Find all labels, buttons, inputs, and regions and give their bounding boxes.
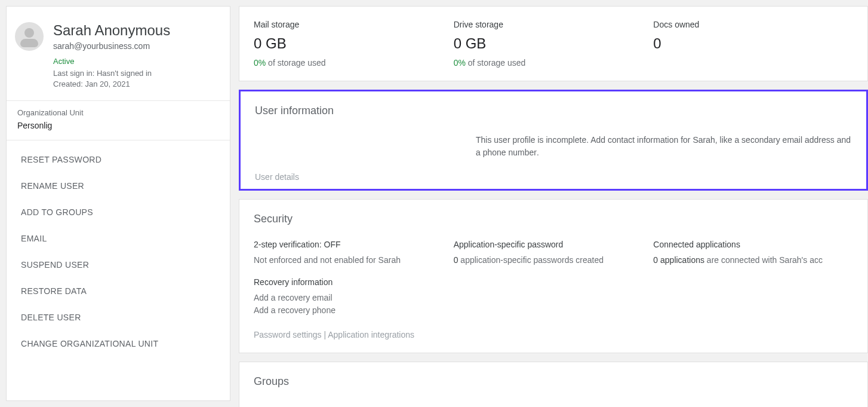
user-name: Sarah Anonymous [53, 22, 170, 39]
action-add-to-groups[interactable]: ADD TO GROUPS [7, 199, 230, 225]
storage-card[interactable]: Mail storage 0 GB 0% of storage used Dri… [239, 6, 868, 81]
user-information-title: User information [255, 105, 852, 117]
user-actions: RESET PASSWORD RENAME USER ADD TO GROUPS… [7, 140, 230, 363]
user-status: Active [53, 57, 170, 66]
user-email: sarah@yourbusiness.com [53, 41, 170, 51]
userinfo-msg-pre: This user profile is incomplete. Add con… [476, 135, 741, 145]
user-details-link[interactable]: User details [255, 172, 852, 182]
user-created: Created: Jan 20, 2021 [53, 79, 170, 90]
drive-storage-sub-text: of storage used [466, 58, 525, 68]
storage-row: Mail storage 0 GB 0% of storage used Dri… [254, 20, 853, 68]
action-change-org-unit[interactable]: CHANGE ORGANIZATIONAL UNIT [7, 331, 230, 357]
app-pw-desc-text: application-specific passwords created [458, 255, 604, 265]
docs-owned: Docs owned 0 [653, 20, 853, 68]
drive-storage-label: Drive storage [454, 20, 654, 29]
user-information-card[interactable]: User information This user profile is in… [239, 90, 868, 191]
security-col-connected: Connected applications 0 applications ar… [653, 240, 853, 317]
security-grid: 2-step verification: OFF Not enforced an… [254, 240, 853, 317]
recovery-block: Recovery information Add a recovery emai… [254, 277, 454, 317]
connected-desc-text: are connected with Sarah's acc [704, 255, 823, 265]
drive-storage: Drive storage 0 GB 0% of storage used [454, 20, 654, 68]
security-title: Security [254, 213, 853, 225]
twostep-value: OFF [324, 240, 341, 249]
mail-storage-pct: 0% [254, 58, 266, 68]
mail-storage-value: 0 GB [254, 35, 454, 52]
user-information-body: This user profile is incomplete. Add con… [255, 134, 852, 159]
org-unit-label: Organizational Unit [17, 108, 219, 117]
action-delete-user[interactable]: DELETE USER [7, 304, 230, 331]
user-sidebar: Sarah Anonymous sarah@yourbusiness.com A… [6, 6, 230, 401]
org-unit-section[interactable]: Organizational Unit Personlig [7, 101, 230, 140]
action-suspend-user[interactable]: SUSPEND USER [7, 252, 230, 278]
drive-storage-sub: 0% of storage used [454, 58, 654, 68]
org-unit-value: Personlig [17, 121, 219, 130]
user-header: Sarah Anonymous sarah@yourbusiness.com A… [7, 7, 230, 101]
twostep-heading: 2-step verification: OFF [254, 240, 454, 249]
security-footer-links[interactable]: Password settings | Application integrat… [254, 330, 853, 339]
user-header-text: Sarah Anonymous sarah@yourbusiness.com A… [53, 22, 170, 90]
groups-title: Groups [254, 375, 853, 388]
groups-card[interactable]: Groups [239, 362, 868, 407]
user-information-message: This user profile is incomplete. Add con… [476, 134, 852, 159]
security-col-twostep: 2-step verification: OFF Not enforced an… [254, 240, 454, 317]
docs-owned-label: Docs owned [653, 20, 853, 29]
app-pw-desc: 0 application-specific passwords created [454, 254, 654, 267]
drive-storage-pct: 0% [454, 58, 466, 68]
connected-title: Connected applications [653, 240, 853, 249]
recovery-email-link[interactable]: Add a recovery email [254, 292, 454, 304]
userinfo-msg-post: . [537, 148, 539, 157]
docs-owned-value: 0 [653, 35, 853, 52]
drive-storage-value: 0 GB [454, 35, 654, 52]
mail-storage-label: Mail storage [254, 20, 454, 29]
twostep-label: 2-step verification: [254, 240, 324, 249]
user-information-spacer [255, 134, 476, 159]
security-card[interactable]: Security 2-step verification: OFF Not en… [239, 199, 868, 353]
app-pw-title: Application-specific password [454, 240, 654, 249]
action-rename-user[interactable]: RENAME USER [7, 173, 230, 199]
connected-count: 0 applications [653, 255, 704, 265]
security-col-app-pw: Application-specific password 0 applicat… [454, 240, 654, 317]
recovery-title: Recovery information [254, 277, 454, 287]
action-restore-data[interactable]: RESTORE DATA [7, 278, 230, 304]
twostep-desc: Not enforced and not enabled for Sarah [254, 254, 454, 267]
action-reset-password[interactable]: RESET PASSWORD [7, 146, 230, 173]
avatar [15, 22, 44, 51]
mail-storage-sub-text: of storage used [266, 58, 325, 68]
action-email[interactable]: EMAIL [7, 225, 230, 252]
main-content: Mail storage 0 GB 0% of storage used Dri… [239, 6, 868, 401]
connected-desc: 0 applications are connected with Sarah'… [653, 254, 853, 267]
mail-storage-sub: 0% of storage used [254, 58, 454, 68]
page-root: Sarah Anonymous sarah@yourbusiness.com A… [0, 0, 868, 407]
recovery-phone-link[interactable]: Add a recovery phone [254, 304, 454, 317]
user-last-signin: Last sign in: Hasn't signed in [53, 68, 170, 79]
mail-storage: Mail storage 0 GB 0% of storage used [254, 20, 454, 68]
